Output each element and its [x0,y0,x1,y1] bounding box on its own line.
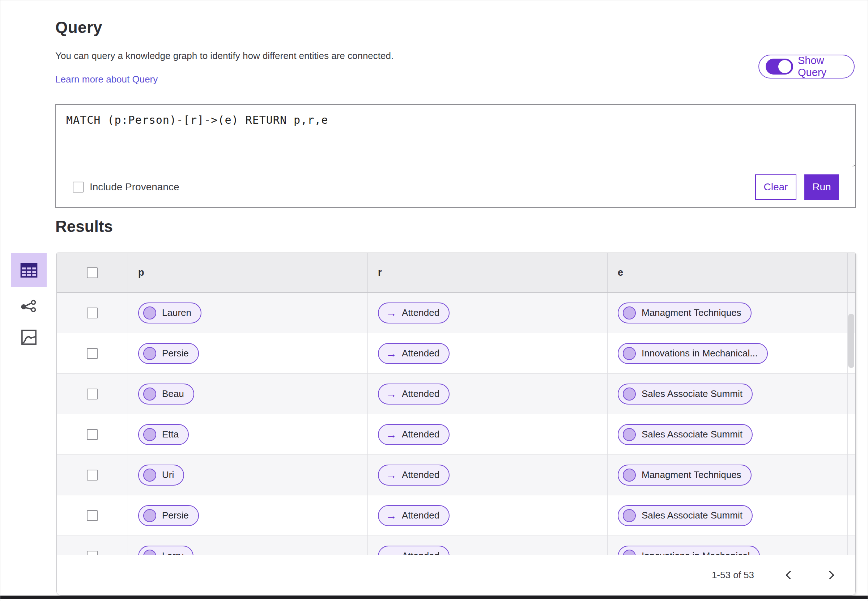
view-map-button[interactable] [11,326,47,348]
cell-r: → Attended [368,293,608,333]
table-row: Persie → Attended Innovations in Mechani… [57,333,855,374]
cell-e: Sales Associate Summit [608,414,848,455]
arrow-right-icon: → [386,470,397,480]
header-scrollbar-spacer [848,253,855,292]
cell-e: Sales Associate Summit [608,495,848,535]
row-checkbox[interactable] [87,551,97,555]
column-header-r[interactable]: r [368,253,608,292]
arrow-right-icon: → [386,429,397,440]
cell-p: Persie [128,495,368,535]
column-header-e[interactable]: e [608,253,848,292]
relation-pill[interactable]: → Attended [378,424,449,445]
table-scrollbar[interactable] [848,314,854,368]
cell-p: Persie [128,333,368,374]
select-all-checkbox[interactable] [87,267,97,278]
entity-node-icon [623,307,636,319]
entity-pill[interactable]: Lauren [138,302,201,323]
row-checkbox-cell [57,495,128,535]
entity-pill[interactable]: Etta [138,424,189,445]
page-description: You can query a knowledge graph to ident… [55,50,393,61]
entity-pill[interactable]: Persie [138,505,199,526]
entity-pill[interactable]: Innovations in Mechanical... [618,343,768,364]
row-checkbox[interactable] [87,389,97,400]
chevron-left-icon[interactable] [781,568,796,583]
cell-p: Lauren [128,293,368,333]
row-checkbox[interactable] [87,510,97,521]
view-table-button[interactable] [11,253,47,287]
relation-pill[interactable]: → Attended [378,505,449,526]
table-pagination: 1-53 of 53 [57,555,855,595]
include-provenance-label: Include Provenance [90,181,180,193]
row-checkbox[interactable] [87,308,97,319]
show-query-toggle[interactable]: Show Query [758,55,854,79]
table-row: Uri → Attended Managment Techniques [57,455,855,495]
row-checkbox[interactable] [87,348,97,359]
query-panel-footer: Include Provenance Clear Run [56,167,855,207]
view-switcher [11,253,47,348]
entity-node-icon [143,468,156,482]
results-title: Results [55,217,113,236]
pagination-range: 1-53 of 53 [712,569,754,581]
cell-e: Innovations in Mechanical [608,536,848,555]
row-checkbox-cell [57,536,128,555]
view-graph-button[interactable] [11,296,47,318]
row-scrollbar-spacer [848,455,855,495]
query-input[interactable]: MATCH (p:Person)-[r]->(e) RETURN p,r,e [56,105,855,167]
column-header-p[interactable]: p [128,253,368,292]
table-row: Etta → Attended Sales Associate Summit [57,414,855,455]
cell-r: → Attended [368,495,608,535]
row-checkbox-cell [57,293,128,333]
entity-node-icon [143,428,156,441]
toggle-knob [778,60,791,73]
include-provenance-option[interactable]: Include Provenance [73,181,180,193]
window-bottom-edge [0,596,868,599]
row-checkbox[interactable] [87,429,97,440]
cell-r: → Attended [368,374,608,414]
row-checkbox[interactable] [87,470,97,480]
cell-e: Sales Associate Summit [608,374,848,414]
run-button[interactable]: Run [804,174,839,200]
row-scrollbar-spacer [848,536,855,555]
query-panel: MATCH (p:Person)-[r]->(e) RETURN p,r,e I… [55,104,856,208]
entity-pill[interactable]: Beau [138,384,194,404]
relation-pill[interactable]: → Attended [378,465,449,485]
entity-pill[interactable]: Managment Techniques [618,302,752,323]
row-checkbox-cell [57,333,128,374]
entity-pill[interactable]: Sales Associate Summit [618,505,752,526]
cell-p: Etta [128,414,368,455]
entity-pill[interactable]: Managment Techniques [618,465,752,485]
entity-pill[interactable]: Sales Associate Summit [618,384,752,404]
entity-pill[interactable]: Innovations in Mechanical [618,546,760,555]
chevron-right-icon[interactable] [824,568,838,583]
entity-node-icon [623,468,636,482]
entity-node-icon [143,347,156,360]
table-body: Lauren → Attended Managment Techniques P… [57,293,855,555]
table-header: p r e [57,253,855,293]
entity-pill[interactable]: Persie [138,343,199,364]
toggle-switch-icon[interactable] [766,59,793,75]
relation-pill[interactable]: → Attended [378,384,449,404]
clear-button[interactable]: Clear [755,174,796,200]
arrow-right-icon: → [386,551,397,555]
relation-pill[interactable]: → Attended [378,343,449,364]
entity-node-icon [143,387,156,401]
results-table: p r e Lauren → Attended Ma [56,253,856,596]
table-row: Persie → Attended Sales Associate Summit [57,495,855,536]
relation-pill[interactable]: → Attended [378,546,449,555]
entity-node-icon [623,428,636,441]
row-checkbox-cell [57,414,128,455]
cell-p: Uri [128,455,368,495]
row-checkbox-cell [57,374,128,414]
relation-pill[interactable]: → Attended [378,302,449,323]
header-checkbox-cell [57,253,128,292]
entity-pill[interactable]: Uri [138,465,184,485]
learn-more-link[interactable]: Learn more about Query [55,74,158,85]
include-provenance-checkbox[interactable] [73,182,84,192]
map-view-icon [19,328,39,347]
cell-r: → Attended [368,536,608,555]
arrow-right-icon: → [386,510,397,521]
entity-pill[interactable]: Larry [138,546,193,555]
entity-pill[interactable]: Sales Associate Summit [618,424,752,445]
arrow-right-icon: → [386,389,397,400]
show-query-label: Show Query [798,55,854,79]
